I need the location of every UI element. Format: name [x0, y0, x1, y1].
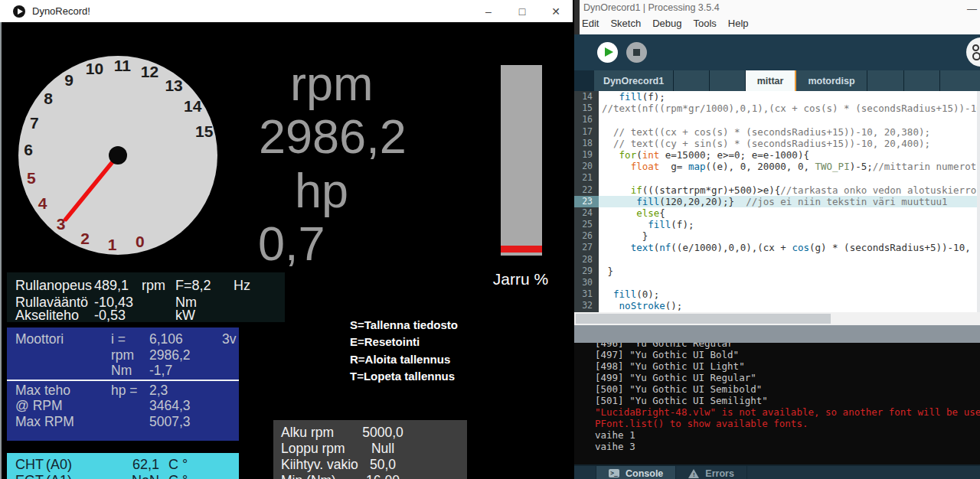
run-button[interactable] [597, 42, 618, 63]
errors-tab-label: Errors [705, 468, 734, 479]
code-text: text(nf((e/1000),0,0),(cx + cos(g) * (se… [599, 242, 980, 253]
line-number: 15 [574, 103, 599, 114]
shortcut-line: T=Lopeta tallennus [350, 368, 458, 385]
menu-item-help[interactable]: Help [728, 18, 749, 29]
sketch-tab[interactable] [904, 70, 940, 91]
sketch-tab[interactable] [867, 70, 904, 91]
sketch-tab-dynorecord1[interactable]: DynOrecord1 [594, 70, 674, 91]
code-token: )-5; [850, 161, 873, 172]
console-line: "LucidaBright-48.vlw" is not available, … [595, 406, 980, 418]
tab-console[interactable]: >_ Console [596, 466, 676, 479]
code-line[interactable]: 16 [574, 114, 980, 125]
menu-item-debug[interactable]: Debug [652, 18, 681, 29]
code-token: int [642, 149, 660, 161]
table-cell [111, 398, 149, 414]
code-line[interactable]: 32 noStroke(); [574, 300, 980, 311]
divider [7, 380, 239, 381]
line-number: 31 [574, 288, 599, 300]
code-line[interactable]: 15//text(nf((rpm*gr/1000),0,1),(cx + cos… [574, 103, 980, 114]
code-token: { [659, 207, 665, 219]
minimize-button[interactable]: – [472, 0, 505, 22]
code-line[interactable]: 21 [574, 172, 980, 184]
code-line[interactable]: 19 for(int e=15000; e>=0; e=e-1000){ [574, 149, 980, 161]
code-text: // text((cx + cos(s) * (secondsRadius+15… [599, 126, 980, 138]
close-button[interactable]: ✕ [539, 0, 573, 22]
line-number: 22 [574, 184, 599, 196]
scrollbar-thumb[interactable] [576, 314, 831, 324]
code-line[interactable]: 20 float g= map((e), 0, 20000, 0, TWO_PI… [574, 161, 980, 172]
gauge-number: 1 [108, 236, 117, 253]
rpm-value: 2986,2 [259, 111, 407, 161]
editor-console-splitter[interactable] [574, 325, 980, 343]
menu-bar: EditSketchDebugToolsHelp [582, 18, 749, 29]
minimize-button[interactable]: — [967, 3, 977, 15]
sketch-tab-mittar[interactable]: mittar [746, 70, 796, 91]
code-editor[interactable]: 14 fill(f);15//text(nf((rpm*gr/1000),0,1… [574, 91, 980, 312]
engine-data-panel: Moottorii =6,1063vrpm2986,2Nm-1,7 Max te… [7, 327, 239, 441]
code-text: if(((startrpm*gr)+500)>e){//tarkasta onk… [599, 184, 980, 196]
code-token [602, 126, 613, 138]
table-cell: 489,1 [94, 276, 142, 295]
table-row: Alku rpm5000,0 [281, 425, 467, 441]
window-title: DynoRecord! [32, 5, 90, 17]
code-line[interactable]: 27 text(nf((e/1000),0,0),(cx + cos(g) * … [574, 242, 980, 253]
menu-item-edit[interactable]: Edit [582, 18, 599, 29]
code-token: if [631, 184, 642, 196]
code-line[interactable]: 14 fill(f); [574, 91, 980, 103]
hp-unit-label: hp [295, 165, 348, 216]
table-row: Akseliteho-0,53kW [15, 309, 285, 322]
code-text [599, 277, 980, 288]
editor-vertical-scrollbar[interactable] [977, 91, 980, 312]
line-number: 24 [574, 207, 599, 219]
sketch-tab-motordisp[interactable]: motordisp [796, 70, 867, 91]
debug-toggle-button[interactable] [966, 37, 980, 67]
processing-ide-window: DynOrecord1 | Processing 3.5.4 — EditSke… [574, 0, 980, 479]
code-line[interactable]: 29 } [574, 266, 980, 277]
editor-horizontal-scrollbar[interactable] [574, 312, 980, 325]
code-line[interactable]: 30 [574, 277, 980, 288]
code-line[interactable]: 25 fill(f); [574, 219, 980, 230]
gauge-number: 2 [80, 230, 90, 247]
console-line: [498] "Yu Gothic UI Light" [595, 360, 980, 372]
table-row: Nm-1,7 [15, 363, 239, 379]
code-line[interactable]: 24 else{ [574, 207, 980, 219]
code-token: TWO_PI [815, 161, 850, 172]
console-line: vaihe 3 [595, 441, 980, 452]
table-cell: 2986,2 [149, 347, 222, 363]
code-line[interactable]: 23 fill(120,20,20);} //jos ei niin tekst… [574, 196, 980, 207]
table-cell [234, 296, 264, 309]
code-token: text [631, 242, 654, 253]
line-number: 23 [574, 196, 599, 207]
maximize-button[interactable]: □ [505, 0, 539, 22]
table-cell: Nm [111, 363, 149, 379]
menu-item-tools[interactable]: Tools [693, 18, 716, 29]
code-line[interactable]: 17 // text((cx + cos(s) * (secondsRadius… [574, 126, 980, 138]
table-cell [15, 363, 111, 379]
code-token: else [636, 207, 659, 219]
line-number: 26 [574, 230, 599, 242]
code-line[interactable]: 31 fill(0); [574, 288, 980, 300]
line-number: 28 [574, 254, 599, 266]
console-output: [496] "Yu Gothic Regular"[497] "Yu Gothi… [574, 343, 980, 464]
code-line[interactable]: 18 // text((cy + sin(s) * (secondsRadius… [574, 138, 980, 149]
code-text: } [599, 230, 980, 242]
sketch-tab[interactable] [674, 70, 710, 91]
table-cell: 16,00 [358, 473, 408, 479]
gauge-number: 8 [44, 90, 53, 107]
code-line[interactable]: 26 } [574, 230, 980, 242]
code-token: nf [659, 242, 671, 253]
table-row: rpm2986,2 [15, 347, 239, 363]
stop-button[interactable] [626, 42, 647, 63]
code-text: fill(f); [599, 91, 980, 103]
tab-errors[interactable]: ! Errors [676, 466, 747, 479]
dynorecord-window: DynoRecord! – □ ✕ 0123456789101112131415… [0, 0, 573, 479]
code-text: fill(f); [599, 219, 980, 230]
code-token [602, 230, 642, 242]
code-line[interactable]: 28 [574, 254, 980, 266]
line-number: 30 [574, 277, 599, 288]
code-token: // text((cy + sin(s) * (secondsRadius+15… [613, 138, 930, 149]
sketch-tab[interactable] [710, 70, 746, 91]
menu-item-sketch[interactable]: Sketch [610, 18, 641, 29]
rpm-gauge: 0123456789101112131415 [11, 48, 225, 262]
code-line[interactable]: 22 if(((startrpm*gr)+500)>e){//tarkasta … [574, 184, 980, 196]
